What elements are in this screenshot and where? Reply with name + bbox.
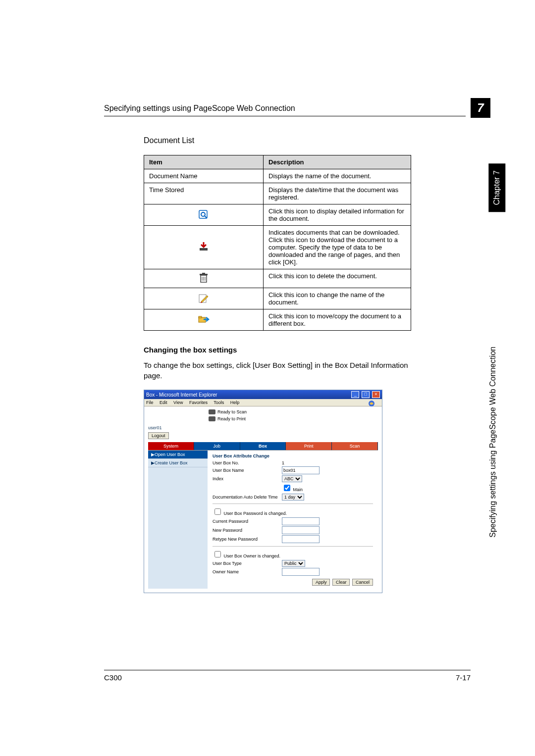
printer-status: Ready to Scan Ready to Print: [144, 406, 368, 424]
item-cell: Time Stored: [144, 183, 264, 204]
svg-rect-6: [202, 273, 205, 274]
rename-icon: [198, 293, 209, 305]
download-icon: [198, 241, 209, 253]
boxname-field[interactable]: [282, 466, 320, 474]
tab-bar: System Job Box Print Scan: [148, 442, 378, 450]
printer-icon: [209, 409, 215, 414]
desc-cell: Click this icon to display detailed info…: [264, 204, 411, 226]
desc-cell: Indicates documents that can be download…: [264, 226, 411, 269]
page-header: Specifying settings using PageScope Web …: [104, 104, 466, 116]
tab-system[interactable]: System: [148, 442, 194, 450]
table-row: Click this icon to change the name of th…: [144, 288, 411, 309]
browser-window: Box - Microsoft Internet Explorer _ □ × …: [144, 390, 382, 593]
menu-help[interactable]: Help: [230, 400, 240, 405]
item-cell: Document Name: [144, 169, 264, 183]
newpw-label: New Password: [213, 528, 282, 533]
window-buttons: _ □ ×: [350, 391, 380, 398]
th-item: Item: [144, 155, 264, 169]
apply-button[interactable]: Apply: [312, 579, 330, 586]
desc-cell: Displays the name of the document.: [264, 169, 411, 183]
item-cell: [144, 269, 264, 288]
menu-file[interactable]: File: [146, 400, 154, 405]
menu-tools[interactable]: Tools: [214, 400, 224, 405]
document-list-table: Item Description Document Name Displays …: [144, 155, 411, 331]
owner-label: Owner Name: [213, 569, 282, 574]
section-title: Document List: [144, 136, 471, 145]
item-cell: [144, 204, 264, 226]
sidebar: ▶Open User Box ▶Create User Box: [148, 451, 208, 589]
table-row: Click this icon to delete the document.: [144, 269, 411, 288]
page-footer: C300 7-17: [104, 670, 471, 682]
table-row: Indicates documents that can be download…: [144, 226, 411, 269]
tab-print[interactable]: Print: [286, 442, 332, 450]
clear-button[interactable]: Clear: [332, 579, 350, 586]
maximize-icon[interactable]: □: [362, 391, 370, 398]
form-heading: User Box Attribute Change: [213, 454, 373, 458]
tab-scan[interactable]: Scan: [332, 442, 378, 450]
menu-view[interactable]: View: [173, 400, 183, 405]
chapter-number-badge: 7: [471, 98, 490, 118]
menu-favorites[interactable]: Favorites: [189, 400, 208, 405]
curpw-label: Current Password: [213, 519, 282, 524]
repw-label: Retype New Password: [213, 537, 282, 542]
index-label: Index: [213, 476, 282, 481]
autodel-select[interactable]: 1 day: [282, 494, 304, 501]
subheading: Changing the box settings: [144, 346, 471, 354]
tab-job[interactable]: Job: [194, 442, 240, 450]
boxno-value: 1: [282, 460, 284, 465]
desc-cell: Displays the date/time that the document…: [264, 183, 411, 204]
table-row: Click this icon to display detailed info…: [144, 204, 411, 226]
repw-field[interactable]: [282, 535, 320, 543]
index-select[interactable]: ABC: [282, 475, 302, 482]
printer-icon: [209, 416, 215, 421]
boxtype-label: User Box Type: [213, 561, 282, 566]
pwchange-checkbox[interactable]: User Box Password is changed.: [213, 507, 287, 516]
svg-rect-12: [199, 316, 202, 318]
window-title: Box - Microsoft Internet Explorer: [146, 392, 217, 398]
move-icon: [198, 314, 210, 326]
main-checkbox[interactable]: Main: [282, 483, 303, 493]
boxname-label: User Box Name: [213, 468, 282, 473]
svg-rect-3: [200, 248, 208, 251]
ownerchange-checkbox[interactable]: User Box Owner is changed.: [213, 550, 280, 559]
close-icon[interactable]: ×: [372, 391, 380, 398]
th-description: Description: [264, 155, 411, 169]
sidebar-item-create[interactable]: ▶Create User Box: [148, 459, 208, 467]
table-row: Click this icon to move/copy the documen…: [144, 309, 411, 331]
item-cell: [144, 226, 264, 269]
view-icon: [198, 209, 209, 221]
logout-button[interactable]: Logout: [148, 432, 169, 439]
delete-icon: [199, 272, 209, 285]
sidebar-item-open[interactable]: ▶Open User Box: [148, 451, 208, 459]
minimize-icon[interactable]: _: [351, 391, 359, 398]
titlebar: Box - Microsoft Internet Explorer _ □ ×: [144, 390, 382, 399]
owner-field[interactable]: [282, 568, 320, 576]
table-row: Time Stored Displays the date/time that …: [144, 183, 411, 204]
newpw-field[interactable]: [282, 526, 320, 534]
boxtype-select[interactable]: Public: [282, 560, 305, 567]
side-chapter-label: Chapter 7: [488, 163, 505, 212]
autodel-label: Documentation Auto Delete Time: [213, 495, 282, 500]
tab-box[interactable]: Box: [240, 442, 286, 450]
desc-cell: Click this icon to change the name of th…: [264, 288, 411, 309]
ie-logo-icon: [368, 400, 375, 408]
svg-rect-5: [200, 274, 208, 275]
table-row: Document Name Displays the name of the d…: [144, 169, 411, 183]
user-label: user01: [144, 424, 382, 431]
status-print: Ready to Print: [217, 416, 246, 421]
item-cell: [144, 288, 264, 309]
desc-cell: Click this icon to delete the document.: [264, 269, 411, 288]
curpw-field[interactable]: [282, 517, 320, 525]
boxno-label: User Box No.: [213, 460, 282, 465]
footer-left: C300: [104, 673, 122, 682]
body-paragraph: To change the box settings, click [User …: [144, 360, 411, 381]
cancel-button[interactable]: Cancel: [352, 579, 373, 586]
menu-edit[interactable]: Edit: [160, 400, 167, 405]
item-cell: [144, 309, 264, 331]
desc-cell: Click this icon to move/copy the documen…: [264, 309, 411, 331]
status-scan: Ready to Scan: [217, 409, 247, 414]
side-section-text: Specifying settings using PageScope Web …: [488, 347, 497, 538]
menubar: File Edit View Favorites Tools Help: [144, 399, 382, 406]
footer-right: 7-17: [456, 673, 471, 682]
form-panel: User Box Attribute Change User Box No.1 …: [208, 451, 378, 589]
